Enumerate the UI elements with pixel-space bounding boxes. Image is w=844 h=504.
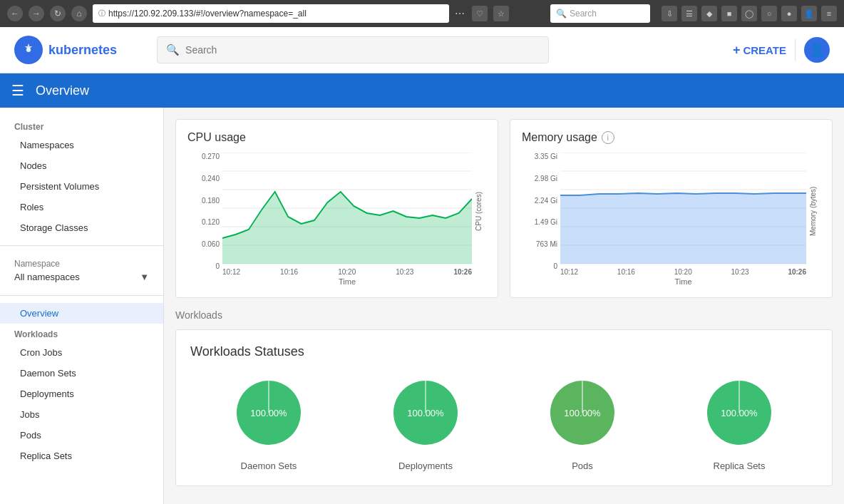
browser-download-icon[interactable]: ⇩ [662,6,677,21]
main-content: CPU usage 0.270 0.240 0.180 0.120 0.060 … [164,108,844,504]
sidebar-item-storage-classes[interactable]: Storage Classes [0,217,163,238]
browser-menu-dots[interactable]: ⋯ [455,8,466,19]
user-avatar[interactable]: 👤 [804,37,830,63]
cpu-x-0: 10:12 [222,268,240,276]
cpu-y-label-4: 0.060 [202,240,220,248]
cpu-x-1: 10:16 [280,268,298,276]
namespace-section: Namespace All namespaces ▼ [0,253,163,288]
pie-deployments-container: 100.00% [386,374,465,452]
cpu-y-label-1: 0.240 [202,175,220,182]
mem-y-label-0: 3.35 Gi [535,153,557,160]
cpu-chart-title: CPU usage [187,131,486,144]
cpu-x-labels: 10:12 10:16 10:20 10:23 10:26 [222,268,472,276]
namespace-value: All namespaces [14,272,80,282]
browser-ext5-icon[interactable]: ● [781,6,797,21]
browser-star-icon[interactable]: ☆ [493,6,509,21]
sidebar-item-deployments[interactable]: Deployments [0,384,163,404]
memory-info-icon[interactable]: i [602,131,614,144]
sidebar-item-jobs[interactable]: Jobs [0,404,163,425]
sidebar-item-persistent-volumes[interactable]: Persistent Volumes [0,176,163,197]
mem-x-2: 10:20 [674,268,692,276]
charts-row: CPU usage 0.270 0.240 0.180 0.120 0.060 … [175,119,833,298]
nav-title: Overview [36,83,89,98]
kubernetes-logo[interactable]: kubernetes [14,36,117,64]
pie-replica-sets-container: 100.00% [700,374,778,452]
sidebar-item-pods[interactable]: Pods [0,425,163,446]
browser-bookmark-icon[interactable]: ♡ [472,6,488,21]
cpu-y-axis: 0.270 0.240 0.180 0.120 0.060 0 [187,153,220,286]
sidebar-cron-jobs-label: Cron Jobs [20,347,62,358]
browser-toolbar: ⇩ ☰ ◆ ■ ◯ ○ ● 👤 ≡ [662,6,837,21]
cpu-y-label-0: 0.270 [202,153,220,160]
browser-ext1-icon[interactable]: ◆ [701,6,717,21]
mem-y-label-4: 763 Mi [536,240,557,248]
browser-settings-icon[interactable]: ≡ [821,6,837,21]
cpu-x-2: 10:20 [338,268,356,276]
sidebar-nodes-label: Nodes [20,160,47,171]
browser-profile-icon[interactable]: 👤 [801,6,817,21]
browser-ext3-icon[interactable]: ◯ [741,6,757,21]
mem-y-label-2: 2.24 Gi [535,197,557,205]
sidebar-item-nodes[interactable]: Nodes [0,155,163,176]
browser-search-icon: 🔍 [556,9,567,19]
cpu-chart-card: CPU usage 0.270 0.240 0.180 0.120 0.060 … [175,119,498,298]
workloads-section-title: Workloads [0,324,163,342]
mem-x-0: 10:12 [560,268,578,276]
cpu-y-label-3: 0.120 [202,218,220,226]
browser-forward-button[interactable]: → [29,6,44,21]
sidebar-item-replica-sets[interactable]: Replica Sets [0,446,163,466]
sidebar-pods-label: Pods [20,430,41,441]
browser-ext2-icon[interactable]: ■ [721,6,737,21]
memory-x-axis-title: Time [560,277,806,286]
sidebar-item-overview[interactable]: Overview [0,303,163,324]
app-header-right: + CREATE 👤 [733,37,830,63]
search-input[interactable] [185,44,540,56]
sidebar-item-namespaces[interactable]: Namespaces [0,135,163,155]
pie-daemon-sets-value: 100.00% [250,408,287,418]
sidebar-jobs-label: Jobs [20,409,39,420]
sidebar-replica-sets-label: Replica Sets [20,451,72,461]
cpu-x-4: 10:26 [453,268,472,276]
mem-y-label-1: 2.98 Gi [535,175,557,182]
sidebar-divider-1 [0,245,163,246]
pie-pods-label: Pods [572,461,593,471]
namespace-label: Namespace [14,259,149,269]
browser-search-bar[interactable]: 🔍 Search [550,4,650,23]
sidebar-item-roles[interactable]: Roles [0,197,163,217]
sidebar-item-daemon-sets[interactable]: Daemon Sets [0,363,163,384]
cpu-chart-area: 10:12 10:16 10:20 10:23 10:26 Time [222,153,472,286]
browser-url-bar[interactable]: ⓘ https://120.92.209.133/#!/overview?nam… [93,4,449,23]
app-header: kubernetes 🔍 + CREATE 👤 [0,27,844,73]
sidebar-namespaces-label: Namespaces [20,140,74,150]
main-layout: Cluster Namespaces Nodes Persistent Volu… [0,108,844,504]
browser-library-icon[interactable]: ☰ [681,6,697,21]
browser-home-button[interactable]: ⌂ [71,6,87,21]
pie-item-pods: 100.00% Pods [543,374,622,471]
pie-daemon-sets-container: 100.00% [230,374,308,452]
k8s-logo-text: kubernetes [48,43,117,58]
pie-charts-row: 100.00% Daemon Sets 100.00% Deployments [190,374,818,471]
pie-replica-sets-label: Replica Sets [714,461,766,471]
app-search-bar[interactable]: 🔍 [157,36,549,63]
memory-chart-title-text: Memory usage [522,131,597,144]
memory-chart-area: 10:12 10:16 10:20 10:23 10:26 Time [560,153,806,286]
memory-y-axis: 3.35 Gi 2.98 Gi 2.24 Gi 1.49 Gi 763 Mi 0 [522,153,557,286]
sidebar-roles-label: Roles [20,202,43,212]
sidebar-item-cron-jobs[interactable]: Cron Jobs [0,342,163,363]
create-button[interactable]: + CREATE [733,43,786,58]
pie-replica-sets-value: 100.00% [721,408,757,418]
namespace-select[interactable]: All namespaces ▼ [14,272,149,282]
workloads-card-title: Workloads Statuses [190,344,818,359]
browser-back-button[interactable]: ← [7,6,23,21]
hamburger-menu-icon[interactable]: ☰ [11,82,24,99]
browser-refresh-button[interactable]: ↻ [50,6,66,21]
memory-chart-card: Memory usage i 3.35 Gi 2.98 Gi 2.24 Gi 1… [510,119,833,298]
create-plus-icon: + [733,43,741,58]
search-icon: 🔍 [166,43,180,56]
cpu-x-3: 10:23 [396,268,413,276]
pie-pods-container: 100.00% [543,374,622,452]
pie-deployments-label: Deployments [398,461,453,471]
browser-ext4-icon[interactable]: ○ [761,6,777,21]
sidebar-daemon-sets-label: Daemon Sets [20,368,76,379]
browser-url-text: https://120.92.209.133/#!/overview?names… [108,9,307,19]
